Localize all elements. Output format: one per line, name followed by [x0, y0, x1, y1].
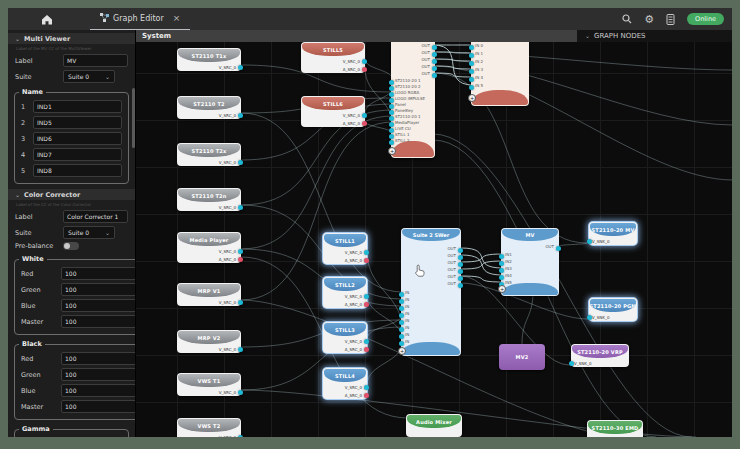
video-port[interactable]: [432, 45, 437, 50]
node-st2110-20-vrp[interactable]: ST2110-20 VRPV_SNK_0: [571, 344, 629, 367]
video-port[interactable]: [389, 110, 394, 115]
node-still2[interactable]: STILL2V_SRC_0A_SRC_0: [323, 277, 367, 308]
node-st2110-t1x[interactable]: ST2110 T1xV_SRC_0: [177, 48, 241, 71]
video-port[interactable]: [238, 65, 243, 70]
online-button[interactable]: Online: [687, 13, 724, 25]
video-port[interactable]: [389, 122, 394, 127]
audio-port[interactable]: [364, 347, 369, 352]
video-port[interactable]: [432, 59, 437, 64]
close-icon[interactable]: ×: [173, 13, 181, 23]
cc-label-input[interactable]: [63, 210, 128, 223]
video-port[interactable]: [389, 104, 394, 109]
video-port[interactable]: [238, 205, 243, 210]
video-port[interactable]: [238, 113, 243, 118]
name-input-1[interactable]: [33, 100, 122, 113]
video-port[interactable]: [499, 254, 504, 259]
node-still1[interactable]: STILL1V_SRC_0A_SRC_0: [323, 233, 367, 264]
panel-color-corrector-header[interactable]: Color Corrector: [8, 189, 135, 200]
node-still5[interactable]: STILL5V_SRC_0A_SRC_0: [301, 42, 365, 73]
video-port[interactable]: [399, 292, 404, 297]
node-mrp-v1[interactable]: MRP V1V_SRC_0: [177, 283, 241, 306]
node-vws-t1[interactable]: VWS T1V_SRC_0: [177, 373, 241, 396]
white-red-input[interactable]: [61, 267, 136, 280]
video-port[interactable]: [364, 294, 369, 299]
node-media-player[interactable]: Media PlayerV_SRC_0A_SRC_0: [177, 232, 241, 263]
video-port[interactable]: [469, 85, 474, 90]
video-port[interactable]: [399, 313, 404, 318]
video-port[interactable]: [389, 140, 394, 145]
name-input-3[interactable]: [33, 132, 122, 145]
node-still6[interactable]: STILL6V_SRC_0A_SRC_0: [301, 96, 365, 127]
node-st2110-20-pgm[interactable]: ST2110-20 PGMV_SNK_0: [589, 298, 637, 321]
node-mv[interactable]: MVOUTIN1IN2IN3IN4IN5+: [501, 228, 559, 296]
node-st2110-t2x[interactable]: ST2110 T2xV_SRC_0: [177, 143, 241, 166]
video-port[interactable]: [238, 300, 243, 305]
prebalance-toggle[interactable]: [63, 242, 79, 250]
panel-multi-viewer-header[interactable]: Multi Viewer: [8, 33, 135, 44]
video-port[interactable]: [399, 327, 404, 332]
audio-port[interactable]: [364, 302, 369, 307]
node-mv2[interactable]: MV2: [499, 344, 545, 370]
node-st2110-t2[interactable]: ST2110 T2V_SRC_0: [177, 96, 241, 119]
audio-port[interactable]: [364, 258, 369, 263]
black-green-input[interactable]: [61, 368, 136, 381]
video-port[interactable]: [587, 239, 592, 244]
video-port[interactable]: [389, 92, 394, 97]
node-st2110-20-mv[interactable]: ST2110-20 MVV_SNK_0: [589, 222, 637, 245]
video-port[interactable]: [458, 248, 463, 253]
white-green-input[interactable]: [61, 283, 136, 296]
name-input-4[interactable]: [33, 148, 122, 161]
video-port[interactable]: [238, 347, 243, 352]
video-port[interactable]: [238, 390, 243, 395]
video-port[interactable]: [432, 73, 437, 78]
video-port[interactable]: [432, 66, 437, 71]
video-port[interactable]: [556, 246, 561, 251]
video-port[interactable]: [458, 269, 463, 274]
server-icon[interactable]: [666, 14, 675, 25]
mv-suite-select[interactable]: Suite 0: [63, 70, 115, 83]
graph-canvas[interactable]: ST2110 T1xV_SRC_0ST2110 T2V_SRC_0ST2110 …: [136, 30, 732, 437]
node-still3[interactable]: STILL3V_SRC_0A_SRC_0: [323, 322, 367, 353]
name-input-2[interactable]: [33, 116, 122, 129]
gear-icon[interactable]: [644, 13, 654, 26]
node-vws-t2[interactable]: VWS T2V_SRC_0: [177, 418, 241, 437]
audio-port[interactable]: [362, 121, 367, 126]
video-port[interactable]: [399, 306, 404, 311]
video-port[interactable]: [362, 59, 367, 64]
video-port[interactable]: [399, 320, 404, 325]
add-port-button[interactable]: +: [398, 347, 406, 355]
white-blue-input[interactable]: [61, 299, 136, 312]
video-port[interactable]: [499, 261, 504, 266]
audio-port[interactable]: [362, 67, 367, 72]
mv-label-input[interactable]: [63, 54, 128, 67]
video-port[interactable]: [469, 61, 474, 66]
video-port[interactable]: [364, 385, 369, 390]
video-port[interactable]: [389, 134, 394, 139]
video-port[interactable]: [469, 53, 474, 58]
node-switcher-top[interactable]: OUTOUTOUTOUTOUTST2110-20 1ST2110-20 2LOG…: [391, 35, 435, 158]
video-port[interactable]: [499, 275, 504, 280]
graph-nodes-panel-header[interactable]: GRAPH NODES: [577, 30, 732, 42]
audio-port[interactable]: [238, 257, 243, 262]
white-master-input[interactable]: [61, 315, 136, 328]
video-port[interactable]: [432, 52, 437, 57]
video-port[interactable]: [399, 341, 404, 346]
node-mv-top[interactable]: IN 0IN 1IN 2IN 3IN 4IN 5+: [471, 32, 529, 106]
video-port[interactable]: [238, 160, 243, 165]
black-red-input[interactable]: [61, 352, 136, 365]
sidebar-scrollbar[interactable]: [132, 88, 135, 148]
video-port[interactable]: [458, 255, 463, 260]
name-input-5[interactable]: [33, 164, 122, 177]
video-port[interactable]: [499, 268, 504, 273]
tab-graph-editor[interactable]: Graph Editor ×: [90, 7, 190, 31]
video-port[interactable]: [238, 435, 243, 438]
video-port[interactable]: [389, 80, 394, 85]
add-port-button[interactable]: +: [388, 147, 396, 155]
video-port[interactable]: [587, 315, 592, 320]
add-port-button[interactable]: +: [498, 285, 506, 293]
video-port[interactable]: [469, 69, 474, 74]
video-port[interactable]: [362, 113, 367, 118]
video-port[interactable]: [469, 45, 474, 50]
video-port[interactable]: [399, 334, 404, 339]
black-blue-input[interactable]: [61, 384, 136, 397]
